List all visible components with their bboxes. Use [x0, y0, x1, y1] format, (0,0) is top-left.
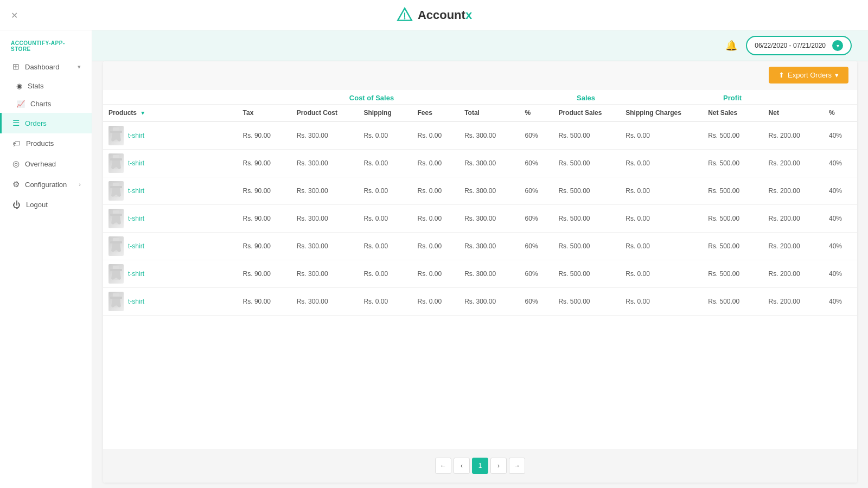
cell-product_sales: Rs. 500.00 [553, 121, 620, 150]
table-wrapper: Products ▼ Tax Product Cost Shipping Fee… [103, 105, 857, 449]
cell-pct1: 60% [520, 260, 553, 288]
cell-net: Rs. 200.00 [763, 260, 824, 288]
product-image [108, 264, 124, 284]
product-link[interactable]: t-shirt [128, 159, 144, 167]
chevron-right-icon: › [79, 181, 81, 188]
logo-text: Accountx [418, 8, 472, 22]
cell-shipping: Rs. 0.00 [358, 121, 412, 150]
table-row: t-shirt Rs. 90.00Rs. 300.00Rs. 0.00Rs. 0… [103, 260, 857, 288]
product-image [108, 181, 124, 201]
page-last-button[interactable]: → [509, 458, 525, 474]
product-cell: t-shirt [103, 150, 238, 177]
page-prev-button[interactable]: ‹ [454, 458, 470, 474]
svg-rect-13 [110, 214, 122, 216]
col-header-net-sales: Net Sales [703, 105, 763, 121]
cell-product_sales: Rs. 500.00 [553, 233, 620, 260]
cell-net_sales: Rs. 500.00 [703, 121, 763, 150]
svg-rect-19 [110, 269, 122, 271]
product-link[interactable]: t-shirt [128, 187, 144, 195]
orders-icon: ☰ [12, 118, 20, 128]
page-first-button[interactable]: ← [435, 458, 451, 474]
close-button[interactable]: ✕ [11, 10, 18, 20]
cell-pct2: 40% [824, 177, 857, 205]
cell-fees: Rs. 0.00 [412, 233, 459, 260]
col-header-fees: Fees [412, 105, 459, 121]
col-header-total: Total [459, 105, 519, 121]
cell-pct1: 60% [520, 150, 553, 177]
cell-pct2: 40% [824, 150, 857, 177]
cell-net: Rs. 200.00 [763, 233, 824, 260]
sort-products-icon[interactable]: ▼ [140, 110, 145, 116]
cell-shipping_charges: Rs. 0.00 [620, 233, 703, 260]
svg-rect-4 [110, 131, 122, 133]
table-row: t-shirt Rs. 90.00Rs. 300.00Rs. 0.00Rs. 0… [103, 121, 857, 150]
table-row: t-shirt Rs. 90.00Rs. 300.00Rs. 0.00Rs. 0… [103, 233, 857, 260]
product-link[interactable]: t-shirt [128, 132, 144, 139]
export-orders-button[interactable]: ⬆ Export Orders ▾ [769, 67, 848, 84]
page-next-button[interactable]: › [490, 458, 507, 474]
sidebar-item-orders[interactable]: ☰ Orders [0, 113, 92, 133]
cell-tax: Rs. 90.00 [238, 288, 291, 316]
product-image [108, 236, 124, 256]
cell-shipping_charges: Rs. 0.00 [620, 177, 703, 205]
cell-net: Rs. 200.00 [763, 150, 824, 177]
group-header-sales: Sales [488, 94, 684, 102]
table-row: t-shirt Rs. 90.00Rs. 300.00Rs. 0.00Rs. 0… [103, 288, 857, 316]
cell-total: Rs. 300.00 [459, 233, 519, 260]
cell-net_sales: Rs. 500.00 [703, 288, 763, 316]
cell-pct1: 60% [520, 177, 553, 205]
charts-icon: 📈 [16, 100, 25, 108]
sidebar-label-logout: Logout [26, 201, 48, 209]
sidebar-item-configuration[interactable]: ⚙ Configuration › [0, 174, 92, 195]
top-bar: ✕ Accountx [0, 0, 868, 30]
col-header-pct1: % [520, 105, 553, 121]
cell-tax: Rs. 90.00 [238, 150, 291, 177]
svg-rect-10 [110, 186, 122, 188]
sidebar-item-charts[interactable]: 📈 Charts [0, 95, 92, 113]
svg-rect-7 [110, 158, 122, 160]
date-range-button[interactable]: 06/22/2020 - 07/21/2020 ▾ [746, 36, 852, 55]
col-header-tax: Tax [238, 105, 291, 121]
sidebar-label-charts: Charts [30, 100, 51, 108]
date-dropdown-icon: ▾ [832, 40, 843, 51]
col-header-product-sales: Product Sales [553, 105, 620, 121]
overhead-icon: ◎ [12, 159, 20, 169]
sidebar-item-overhead[interactable]: ◎ Overhead [0, 153, 92, 174]
cell-pct1: 60% [520, 205, 553, 233]
stats-icon: ◉ [16, 82, 22, 90]
logo: Accountx [396, 7, 472, 24]
product-link[interactable]: t-shirt [128, 242, 144, 250]
sidebar-item-stats[interactable]: ◉ Stats [0, 77, 92, 95]
sidebar-label-dashboard: Dashboard [25, 63, 60, 71]
col-header-pct2: % [824, 105, 857, 121]
col-header-shipping-charges: Shipping Charges [620, 105, 703, 121]
cell-product_cost: Rs. 300.00 [291, 233, 359, 260]
product-link[interactable]: t-shirt [128, 298, 144, 305]
col-header-shipping: Shipping [358, 105, 412, 121]
cell-tax: Rs. 90.00 [238, 121, 291, 150]
cell-shipping_charges: Rs. 0.00 [620, 205, 703, 233]
product-link[interactable]: t-shirt [128, 215, 144, 222]
sidebar-item-logout[interactable]: ⏻ Logout [0, 195, 92, 215]
cell-net: Rs. 200.00 [763, 288, 824, 316]
product-link[interactable]: t-shirt [128, 270, 144, 278]
cell-shipping: Rs. 0.00 [358, 260, 412, 288]
cell-product_cost: Rs. 300.00 [291, 288, 359, 316]
logo-icon [396, 7, 413, 24]
cell-shipping: Rs. 0.00 [358, 177, 412, 205]
sidebar-item-products[interactable]: 🏷 Products [0, 133, 92, 153]
cell-tax: Rs. 90.00 [238, 205, 291, 233]
page-1-button[interactable]: 1 [472, 458, 488, 474]
cell-fees: Rs. 0.00 [412, 260, 459, 288]
table-row: t-shirt Rs. 90.00Rs. 300.00Rs. 0.00Rs. 0… [103, 177, 857, 205]
cell-shipping_charges: Rs. 0.00 [620, 260, 703, 288]
group-header-profit: Profit [684, 94, 781, 102]
notification-icon[interactable]: 🔔 [725, 40, 737, 52]
product-image [108, 153, 124, 173]
sidebar-item-dashboard[interactable]: ⊞ Dashboard ▾ [0, 56, 92, 77]
cell-pct2: 40% [824, 260, 857, 288]
cell-total: Rs. 300.00 [459, 205, 519, 233]
dashboard-icon: ⊞ [12, 62, 20, 72]
cell-fees: Rs. 0.00 [412, 150, 459, 177]
sidebar-label-overhead: Overhead [25, 160, 56, 168]
